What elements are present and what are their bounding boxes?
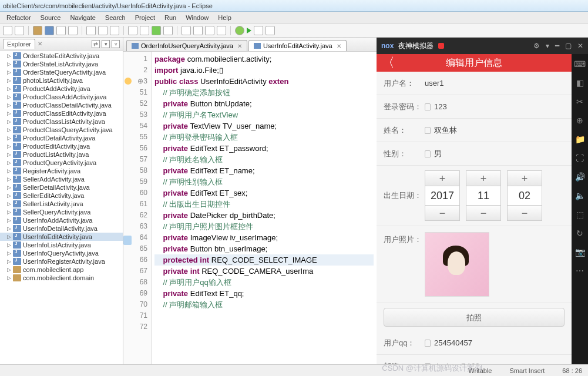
folder-icon[interactable]: 📁 — [574, 134, 585, 145]
minimize-icon[interactable]: ━ — [555, 42, 559, 50]
tool-icon[interactable] — [56, 26, 66, 35]
expand-icon[interactable]: ▷ — [7, 119, 13, 125]
tool-icon[interactable] — [68, 26, 78, 35]
qq-row[interactable]: 用户qq： 254540457 — [377, 331, 572, 355]
tree-item[interactable]: ▷SellerQueryActivity.java — [0, 208, 123, 216]
minus-button[interactable]: − — [508, 205, 542, 220]
minus-button[interactable]: − — [425, 205, 459, 220]
expand-icon[interactable]: ▷ — [7, 267, 13, 273]
menu-navigate[interactable]: Navigate — [65, 14, 100, 21]
user-photo[interactable] — [425, 232, 489, 297]
tree-item[interactable]: ▷ProductAddActivity.java — [0, 85, 123, 93]
month-spinner[interactable]: +11− — [466, 170, 501, 221]
tool-icon[interactable] — [3, 26, 12, 35]
expand-icon[interactable]: ▷ — [7, 135, 13, 141]
tool-icon[interactable] — [128, 26, 137, 35]
tree-item[interactable]: ▷ProductClassAddActivity.java — [0, 93, 123, 101]
tool-icon[interactable] — [15, 26, 24, 35]
expand-icon[interactable]: ▷ — [7, 176, 13, 182]
password-input[interactable]: 123 — [434, 102, 447, 111]
qq-input[interactable]: 254540457 — [434, 338, 472, 347]
explorer-tree[interactable]: ▷OrderStateEditActivity.java▷OrderStateL… — [0, 51, 123, 364]
warning-marker[interactable] — [125, 78, 132, 85]
expand-icon[interactable]: ▷ — [7, 102, 13, 108]
code-content[interactable]: package com.mobileclient.activity;import… — [152, 52, 377, 364]
back-button[interactable]: 〈 — [377, 54, 400, 72]
password-row[interactable]: 登录密码： 123 — [377, 95, 572, 119]
expand-icon[interactable]: ▷ — [7, 234, 13, 240]
minus-button[interactable]: − — [466, 205, 500, 220]
close-icon[interactable]: ✕ — [577, 42, 583, 50]
fullscreen-icon[interactable]: ⛶ — [574, 153, 585, 163]
expand-icon[interactable]: ▷ — [7, 86, 13, 92]
tree-item[interactable]: ▷ProductClassDetailActivity.java — [0, 101, 123, 109]
expand-icon[interactable]: ▷ — [7, 78, 13, 83]
maximize-icon[interactable]: ▢ — [565, 42, 572, 50]
close-icon[interactable]: ✕ — [237, 43, 242, 49]
plus-button[interactable]: + — [425, 171, 459, 186]
expand-icon[interactable]: ▷ — [7, 250, 13, 256]
menu-help[interactable]: Help — [213, 14, 236, 21]
scissors-icon[interactable]: ✂ — [574, 96, 585, 107]
tree-item[interactable]: ▷SellerDetailActivity.java — [0, 183, 123, 192]
camera-icon[interactable]: 📷 — [574, 247, 585, 257]
run-button[interactable] — [247, 28, 251, 33]
plus-button[interactable]: + — [508, 171, 542, 186]
expand-icon[interactable]: ▷ — [7, 53, 13, 59]
tool-icon[interactable] — [140, 26, 149, 35]
volume-down-icon[interactable]: 🔈 — [574, 190, 585, 201]
expand-icon[interactable]: ▷ — [7, 201, 13, 207]
location-icon[interactable]: ⊕ — [574, 115, 585, 126]
new-package-icon[interactable] — [33, 26, 42, 35]
expand-icon[interactable]: ▷ — [7, 209, 13, 215]
year-spinner[interactable]: +2017− — [425, 170, 460, 221]
editor-tab[interactable]: OrderInfoUserQueryActivity.java✕ — [126, 40, 247, 51]
expand-icon[interactable]: ▷ — [7, 226, 13, 231]
menu-project[interactable]: Project — [130, 14, 160, 21]
explorer-tab[interactable]: Explorer — [3, 39, 35, 49]
chevron-down-icon[interactable]: ▾ — [546, 42, 549, 50]
rotate-icon[interactable]: ↻ — [574, 228, 585, 239]
tree-item[interactable]: ▷OrderStateQueryActivity.java — [0, 68, 123, 76]
menu-refactor[interactable]: Refactor — [2, 14, 36, 21]
plus-button[interactable]: + — [466, 171, 500, 186]
tool-icon[interactable] — [110, 26, 119, 35]
phone-screen[interactable]: 〈 编辑用户信息 用户名： user1 登录密码： 123 姓名： 双鱼林 性别… — [377, 54, 572, 364]
tree-item[interactable]: ▷ProductClassQueryActivity.java — [0, 126, 123, 134]
expand-icon[interactable]: ▷ — [7, 275, 13, 281]
menu-run[interactable]: Run — [160, 14, 181, 21]
expand-icon[interactable]: ▷ — [7, 61, 13, 67]
tool-icon[interactable] — [254, 26, 263, 35]
debug-button[interactable] — [235, 26, 244, 35]
menu-window[interactable]: Window — [181, 14, 213, 21]
expand-icon[interactable]: ▷ — [7, 242, 13, 248]
debug-icon[interactable] — [152, 26, 161, 35]
tree-item[interactable]: ▷com.mobileclient.app — [0, 266, 123, 274]
tool-icon[interactable] — [86, 26, 96, 35]
tree-item[interactable]: ▷ProductEditActivity.java — [0, 142, 123, 150]
tree-item[interactable]: ▷UserInfoDetailActivity.java — [0, 224, 123, 233]
tree-item[interactable]: ▷UserInfoEditActivity.java — [0, 233, 123, 241]
tree-item[interactable]: ▷UserInfoListActivity.java — [0, 241, 123, 249]
tree-item[interactable]: ▷ProductDetailActivity.java — [0, 134, 123, 142]
tree-item[interactable]: ▷ProductListActivity.java — [0, 150, 123, 159]
expand-icon[interactable]: ▷ — [7, 217, 13, 223]
tool-icon[interactable] — [98, 26, 107, 35]
editor-body[interactable]: 1 2 ⊕3 51 52 53 54 55 56 57 58 59 60 61 … — [123, 52, 377, 364]
email-input[interactable]: dashen@163.com — [434, 362, 496, 364]
menu-source[interactable]: Source — [36, 14, 66, 21]
tree-item[interactable]: ▷UserInfoAddActivity.java — [0, 216, 123, 224]
name-input[interactable]: 双鱼林 — [434, 125, 457, 136]
keyboard-icon[interactable]: ⌨ — [574, 59, 585, 69]
expand-icon[interactable]: ▷ — [7, 143, 13, 149]
tool-icon[interactable] — [163, 26, 173, 35]
tree-item[interactable]: ▷UserInfoRegisterActivity.java — [0, 257, 123, 266]
tree-item[interactable]: ▷SellerEditActivity.java — [0, 192, 123, 200]
tool-icon[interactable] — [182, 26, 191, 35]
tree-item[interactable]: ▷ProductQueryActivity.java — [0, 159, 123, 167]
collapse-icon[interactable]: ▾ — [102, 40, 110, 48]
day-spinner[interactable]: +02− — [507, 170, 542, 221]
settings-icon[interactable]: ⚙ — [533, 42, 540, 50]
tree-item[interactable]: ▷ProductClassEditActivity.java — [0, 109, 123, 118]
expand-icon[interactable]: ▷ — [7, 193, 13, 199]
